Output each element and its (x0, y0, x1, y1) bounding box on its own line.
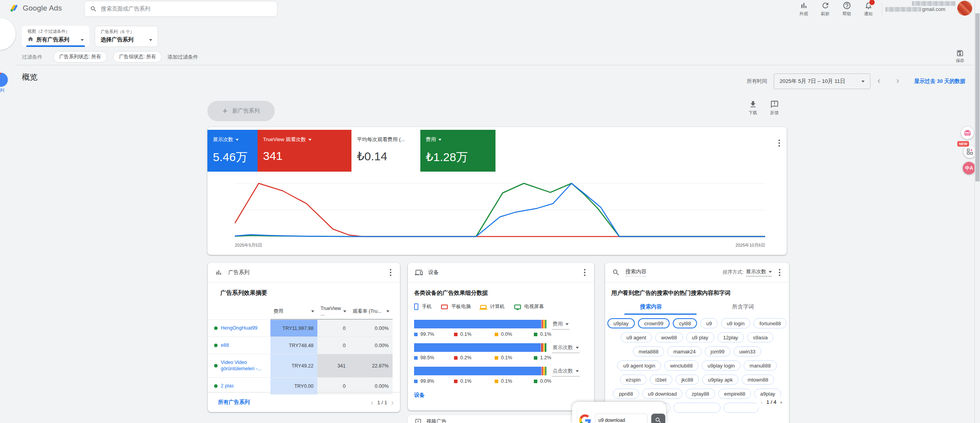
scorecard-2[interactable]: 平均每次观看费用 (...₺0.14 (351, 130, 420, 172)
search-term-chip[interactable]: meta888 (633, 346, 665, 357)
search-term-chip[interactable]: u9play login (702, 360, 740, 371)
column-header-0[interactable]: 费用 (270, 303, 317, 319)
bar-metric-dropdown[interactable]: 展示次数 (552, 343, 580, 353)
campaign-link[interactable]: e88 (221, 342, 229, 349)
tab-contained-words[interactable]: 所含字词 (697, 300, 789, 315)
account-avatar[interactable] (957, 1, 972, 16)
search-term-chip[interactable]: uwin33 (733, 346, 761, 357)
campaign-link[interactable]: Video Video görüntülemeleri -... (221, 360, 265, 372)
date-range-picker[interactable]: 2025年 5月 7日 – 10月 11日 (774, 73, 870, 89)
devices-link[interactable]: 设备 (414, 392, 425, 399)
search-terms-menu-kebab-icon[interactable] (777, 267, 782, 278)
search-term-chip[interactable] (674, 403, 721, 413)
search-term-chip[interactable]: u9 agent (621, 332, 652, 342)
search-term-chip[interactable]: u9play apk (702, 375, 739, 385)
topbar-notifications[interactable]: 通知 (858, 1, 879, 17)
feedback-button[interactable]: 反馈 (764, 100, 785, 116)
search-term-chip[interactable]: manu888 (744, 360, 776, 371)
campaigns-menu-kebab-icon[interactable] (388, 267, 393, 278)
search-term-chip[interactable]: winclub88 (664, 360, 699, 371)
search-term-chip[interactable]: u9 play (686, 332, 714, 342)
gift-extension-button[interactable] (961, 127, 974, 139)
percentage-item: 0.2% (454, 355, 472, 360)
topbar-refresh[interactable]: 刷新 (814, 1, 836, 17)
date-next-button[interactable]: › (896, 76, 899, 86)
views-cell: 0 (317, 319, 349, 337)
view-picker[interactable]: 视图（2 个过滤条件） 所有广告系列 (22, 26, 89, 47)
bar-metric-dropdown[interactable]: 点击次数 (552, 367, 580, 376)
campaign-picker[interactable]: 广告系列（6 个） 选择广告系列 (95, 26, 158, 47)
column-header-label: 费用 (274, 308, 283, 315)
percentage-value: 99.7% (420, 332, 434, 337)
search-term-chip[interactable]: u9 agent login (617, 360, 661, 371)
devices-menu-kebab-icon[interactable] (582, 267, 587, 278)
percentage-item: 0.1% (495, 355, 512, 360)
search-term-chip[interactable]: u9 login (721, 318, 751, 328)
topbar-appearance[interactable]: 外观 (793, 1, 814, 17)
page-next-icon[interactable]: › (780, 399, 782, 405)
page-next-icon[interactable]: › (391, 398, 394, 407)
scorecard-0[interactable]: 展示次数5.46万 (207, 130, 258, 172)
scorecard-label: 费用 (426, 136, 490, 143)
add-filter-button[interactable]: 添加过滤条件 (168, 54, 198, 61)
page-prev-icon[interactable]: ‹ (371, 398, 373, 407)
column-header-label: TrueView ... (321, 306, 343, 317)
scorecard-1[interactable]: TrueView 观看次数341 (258, 130, 351, 172)
search-term-chip[interactable]: ezspin (620, 375, 647, 385)
search-term-chip[interactable]: 12play (717, 332, 744, 342)
scrollbar-thumb[interactable] (975, 13, 980, 181)
column-header-1[interactable]: TrueView ... (317, 303, 349, 319)
search-term-chip[interactable]: i1bet (650, 375, 672, 385)
search-term-chip[interactable]: wow88 (655, 332, 683, 342)
search-term-chip[interactable]: jom99 (705, 346, 730, 357)
popup-search-button[interactable] (651, 414, 665, 423)
device-legend: 手机平板电脑计算机电视屏幕 (414, 303, 544, 310)
search-term-chip[interactable]: jkc88 (676, 375, 699, 385)
search-term-chip[interactable]: zplay88 (686, 389, 715, 399)
percentage-value: 0.1% (501, 378, 512, 384)
search-term-chip[interactable]: empire88 (718, 389, 751, 399)
translate-extension-button[interactable]: 中A (963, 162, 975, 174)
download-button[interactable]: 下载 (742, 100, 764, 116)
search-term-chip[interactable]: mamak24 (667, 346, 701, 357)
date-prev-button[interactable]: ‹ (877, 76, 880, 86)
search-term-chip[interactable]: crown99 (638, 318, 670, 328)
popup-search-input[interactable] (595, 414, 647, 423)
chevron-down-icon (386, 310, 389, 312)
timeseries-chart[interactable] (235, 179, 765, 240)
topbar-help[interactable]: 帮助 (836, 1, 858, 17)
campaign-link[interactable]: 2 plas (221, 383, 234, 389)
new-badge: NEW (957, 141, 969, 147)
search-term-chip[interactable]: mtown88 (742, 375, 774, 385)
search-term-chip[interactable]: s9asia (747, 332, 774, 342)
legend-square-icon (454, 380, 458, 383)
search-term-chip[interactable]: fortune88 (753, 318, 787, 328)
google-ads-logo[interactable]: Google Ads (9, 4, 62, 13)
filter-chip[interactable]: 广告系列状态: 所有 (53, 51, 107, 63)
topbar-divider (882, 3, 882, 16)
save-button[interactable]: 保存 (956, 49, 964, 64)
search-term-chip[interactable]: cyl88 (673, 318, 697, 328)
column-header-2[interactable]: 观看率 (Tru... (349, 303, 393, 319)
page-prev-icon[interactable]: ‹ (761, 399, 762, 405)
search-term-chip[interactable] (724, 403, 759, 413)
sort-value-dropdown[interactable]: 展示次数 (746, 268, 772, 276)
bar-metric-dropdown[interactable]: 费用 (552, 320, 569, 330)
show-last-30-days-link[interactable]: 显示过去 30 天的数据 (914, 78, 966, 85)
campaigns-card: 广告系列 广告系列效果摘要 费用TrueView ...观看率 (Tru...H… (208, 263, 400, 412)
search-term-chip[interactable]: u9 download (642, 389, 683, 399)
chart-x-axis: 2025年5月5日 2025年10月6日 (235, 242, 765, 248)
chart-menu-kebab-icon[interactable] (777, 138, 782, 148)
bar-chart-icon (215, 269, 223, 276)
search-term-chip[interactable]: ppn88 (613, 389, 639, 399)
all-campaigns-link[interactable]: 所有广告系列 (218, 399, 250, 406)
scorecard-3[interactable]: 费用₺1.28万 (420, 130, 495, 172)
new-campaign-button[interactable]: + 新广告系列 (207, 101, 275, 121)
campaign-link[interactable]: HengOngHuat99 (221, 325, 258, 332)
tab-search-terms[interactable]: 搜索内容 (605, 300, 697, 315)
collapsed-nav-icon[interactable] (0, 73, 8, 87)
filter-chip[interactable]: 广告组状态: 所有 (113, 51, 162, 63)
global-search-box[interactable]: 搜索页面或广告系列 (84, 1, 277, 17)
search-term-chip[interactable]: u9play (607, 318, 635, 328)
search-term-chip[interactable]: u9 (700, 318, 717, 328)
